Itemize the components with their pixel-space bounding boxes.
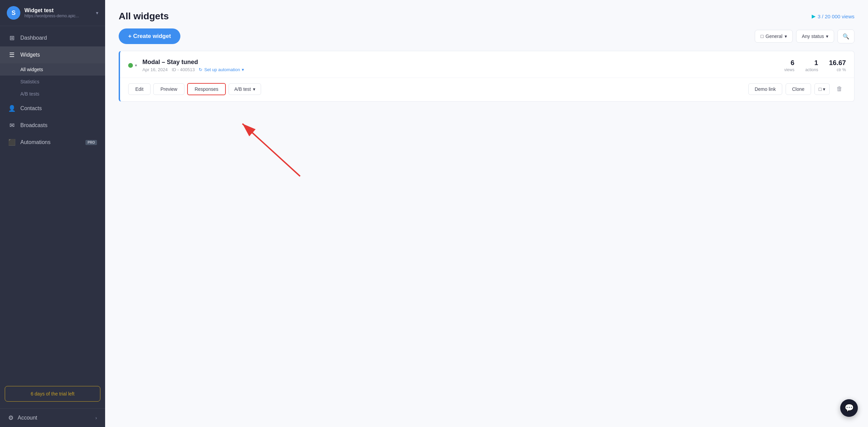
stat-ctr: 16.67 ctr % — [829, 59, 846, 72]
folder-button[interactable]: □ ▾ — [814, 83, 830, 95]
responses-button[interactable]: Responses — [187, 83, 226, 95]
status-filter-button[interactable]: Any status ▾ — [796, 30, 834, 43]
status-filter-label: Any status — [802, 34, 824, 39]
stat-actions: 1 actions — [805, 59, 818, 72]
project-name: Widget test — [24, 7, 79, 14]
sidebar-item-label: Contacts — [20, 105, 42, 111]
sidebar-item-contacts[interactable]: 👤 Contacts — [0, 100, 105, 117]
sidebar-item-automations[interactable]: ⬛ Automations PRO — [0, 134, 105, 151]
create-widget-button[interactable]: + Create widget — [119, 28, 180, 44]
sidebar-item-label: Widgets — [20, 52, 40, 58]
widget-meta: Apr 16, 2024 ID - 400513 ↻ Set up automa… — [142, 67, 784, 72]
general-filter-label: General — [766, 34, 783, 39]
sidebar-header[interactable]: S Widget test https://wordpress-demo.api… — [0, 0, 105, 26]
widgets-container: ▾ Modal – Stay tuned Apr 16, 2024 ID - 4… — [119, 51, 854, 102]
filter-group: □ General ▾ Any status ▾ 🔍 — [755, 29, 854, 43]
views-badge: ▶ 3 / 20 000 views — [812, 13, 854, 19]
sidebar-item-widgets[interactable]: ☰ Widgets — [0, 46, 105, 63]
ab-test-button[interactable]: A/B test ▾ — [229, 83, 261, 95]
edit-button[interactable]: Edit — [128, 83, 151, 95]
ab-tests-label: A/B tests — [20, 91, 39, 97]
folder-chevron-icon: ▾ — [823, 86, 825, 92]
contacts-icon: 👤 — [8, 105, 16, 112]
ctr-value: 16.67 — [829, 59, 846, 67]
folder-filter-icon: □ — [761, 34, 763, 39]
account-label: Account — [18, 415, 37, 421]
toolbar: + Create widget □ General ▾ Any status ▾… — [105, 28, 868, 51]
account-section[interactable]: ⚙ Account › — [0, 408, 105, 427]
all-widgets-label: All widgets — [20, 67, 43, 72]
chat-icon: 💬 — [845, 404, 854, 412]
trial-banner[interactable]: 6 days of the trial left — [5, 386, 100, 402]
play-icon: ▶ — [812, 13, 816, 19]
widget-stats: 6 views 1 actions 16.67 ctr % — [784, 59, 846, 72]
ab-test-label: A/B test — [234, 86, 251, 92]
project-chevron-icon[interactable]: ▾ — [96, 10, 98, 16]
sidebar-item-label: Automations — [20, 139, 51, 145]
widgets-list: ▾ Modal – Stay tuned Apr 16, 2024 ID - 4… — [105, 51, 868, 115]
account-icon: ⚙ — [8, 414, 14, 422]
automation-label: Set up automation — [204, 67, 240, 72]
actions-value: 1 — [805, 59, 818, 67]
trial-text: 6 days of the trial left — [31, 391, 74, 396]
automation-chevron-icon: ▾ — [242, 67, 244, 72]
page-title: All widgets — [119, 11, 169, 22]
views-count: 3 / 20 000 views — [818, 14, 854, 19]
project-url: https://wordpress-demo.apic... — [24, 14, 79, 18]
status-chevron-icon: ▾ — [826, 34, 828, 39]
broadcasts-icon: ✉ — [8, 122, 16, 129]
widget-date: Apr 16, 2024 — [142, 67, 167, 72]
views-value: 6 — [784, 59, 794, 67]
ctr-label: ctr % — [829, 67, 846, 72]
statistics-label: Statistics — [20, 79, 39, 84]
widget-name: Modal – Stay tuned — [142, 59, 784, 66]
clone-button[interactable]: Clone — [786, 83, 811, 95]
right-actions: Demo link Clone □ ▾ 🗑 — [748, 83, 846, 95]
widget-actions: Edit Preview Responses A/B test ▾ Demo l… — [120, 78, 854, 101]
views-label: views — [784, 67, 794, 72]
svg-line-1 — [242, 124, 300, 176]
status-indicator[interactable]: ▾ — [128, 63, 137, 68]
sidebar-item-statistics[interactable]: Statistics — [0, 76, 105, 88]
general-chevron-icon: ▾ — [785, 34, 787, 39]
sidebar-item-ab-tests[interactable]: A/B tests — [0, 88, 105, 100]
widget-info: Modal – Stay tuned Apr 16, 2024 ID - 400… — [142, 59, 784, 72]
sidebar-item-all-widgets[interactable]: All widgets — [0, 63, 105, 76]
folder-icon: □ — [819, 86, 822, 92]
demo-link-button[interactable]: Demo link — [748, 83, 782, 95]
setup-automation-button[interactable]: ↻ Set up automation ▾ — [199, 67, 244, 72]
sidebar-item-broadcasts[interactable]: ✉ Broadcasts — [0, 117, 105, 134]
automations-icon: ⬛ — [8, 139, 16, 146]
sidebar-item-label: Broadcasts — [20, 122, 47, 128]
status-chevron-icon[interactable]: ▾ — [135, 63, 137, 68]
pro-badge: PRO — [85, 140, 97, 145]
ab-test-chevron-icon: ▾ — [253, 86, 255, 92]
widget-id: ID - 400513 — [172, 67, 195, 72]
sidebar-nav: ⊞ Dashboard ☰ Widgets All widgets Statis… — [0, 26, 105, 379]
main-header: All widgets ▶ 3 / 20 000 views — [105, 0, 868, 28]
stat-views: 6 views — [784, 59, 794, 72]
account-chevron-icon: › — [95, 415, 97, 421]
trash-icon: 🗑 — [836, 85, 843, 92]
widget-card: ▾ Modal – Stay tuned Apr 16, 2024 ID - 4… — [119, 51, 854, 102]
dashboard-icon: ⊞ — [8, 34, 16, 42]
widgets-icon: ☰ — [8, 51, 16, 59]
automation-icon: ↻ — [199, 67, 202, 72]
sidebar: S Widget test https://wordpress-demo.api… — [0, 0, 105, 427]
chat-widget-button[interactable]: 💬 — [840, 399, 858, 417]
app-logo: S — [7, 6, 20, 20]
actions-label: actions — [805, 67, 818, 72]
sidebar-item-dashboard[interactable]: ⊞ Dashboard — [0, 29, 105, 46]
search-icon: 🔍 — [843, 34, 849, 39]
widget-card-header: ▾ Modal – Stay tuned Apr 16, 2024 ID - 4… — [120, 51, 854, 78]
delete-button[interactable]: 🗑 — [833, 83, 846, 95]
search-button[interactable]: 🔍 — [837, 29, 854, 43]
general-filter-button[interactable]: □ General ▾ — [755, 30, 792, 43]
preview-button[interactable]: Preview — [153, 83, 184, 95]
sidebar-item-label: Dashboard — [20, 35, 47, 41]
status-dot — [128, 63, 133, 68]
main-content: All widgets ▶ 3 / 20 000 views + Create … — [105, 0, 868, 427]
